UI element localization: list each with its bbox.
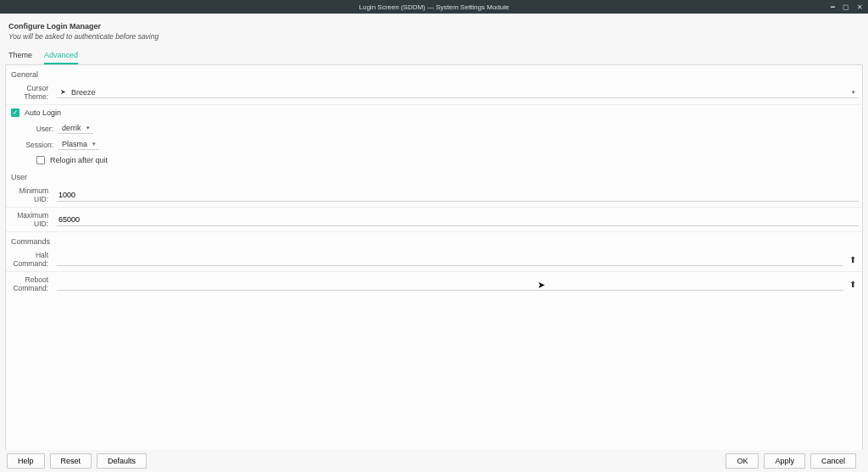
min-uid-input[interactable] (58, 190, 857, 200)
tab-theme[interactable]: Theme (8, 51, 32, 64)
halt-input[interactable] (58, 254, 842, 264)
page-title: Configure Login Manager (8, 22, 860, 31)
reboot-label: Reboot Command: (6, 272, 53, 296)
cursor-theme-value: Breeze (71, 88, 96, 97)
defaults-button[interactable]: Defaults (97, 453, 147, 469)
max-uid-underline (57, 214, 859, 226)
section-general: General (6, 65, 862, 81)
page-subtitle: You will be asked to authenticate before… (8, 32, 860, 41)
reboot-underline (57, 278, 843, 291)
min-uid-field-wrap (53, 187, 862, 203)
min-uid-underline (57, 189, 859, 202)
module-header: Configure Login Manager You will be aske… (0, 14, 868, 44)
max-uid-label: Maximum UID: (6, 208, 53, 231)
halt-field-wrap: ⬆ (53, 252, 862, 268)
apply-button[interactable]: Apply (764, 453, 805, 469)
section-commands: Commands (6, 232, 862, 247)
reboot-input[interactable] (58, 279, 842, 289)
auto-login-row: ✓ Auto Login (6, 105, 862, 120)
session-value: Plasma (62, 140, 87, 148)
row-cursor-theme: Cursor Theme: ➤ Breeze ▾ (6, 81, 862, 105)
cancel-button[interactable]: Cancel (810, 453, 856, 469)
chevron-down-icon: ▾ (852, 89, 855, 96)
user-value: derrik (62, 124, 81, 132)
window-title: Login Screen (SDDM) — System Settings Mo… (359, 3, 509, 11)
chevron-down-icon: ▾ (92, 141, 96, 147)
help-button[interactable]: Help (7, 453, 45, 469)
user-label: User: (16, 125, 53, 133)
reset-button[interactable]: Reset (50, 453, 92, 469)
chevron-down-icon: ▾ (86, 125, 90, 131)
row-reboot-command: Reboot Command: ⬆ (6, 272, 862, 296)
footer: Help Reset Defaults OK Apply Cancel (0, 450, 868, 472)
min-uid-label: Minimum UID: (6, 183, 53, 207)
tab-advanced[interactable]: Advanced (44, 51, 78, 64)
settings-frame: General Cursor Theme: ➤ Breeze ▾ ✓ Auto … (5, 64, 863, 454)
cursor-icon: ➤ (60, 88, 66, 96)
halt-browse-button[interactable]: ⬆ (847, 255, 859, 264)
window-controls: ━ ▢ ✕ (829, 0, 863, 14)
user-select[interactable]: derrik ▾ (58, 123, 93, 134)
max-uid-field-wrap (53, 212, 862, 228)
upload-icon: ⬆ (849, 280, 856, 289)
titlebar: Login Screen (SDDM) — System Settings Mo… (0, 0, 868, 14)
ok-button[interactable]: OK (726, 453, 759, 469)
session-select[interactable]: Plasma ▾ (58, 139, 99, 150)
halt-underline (57, 253, 843, 266)
section-user: User (6, 168, 862, 183)
minimize-icon[interactable]: ━ (829, 3, 836, 11)
cursor-theme-label: Cursor Theme: (6, 81, 53, 104)
upload-icon: ⬆ (849, 255, 856, 264)
tab-bar: Theme Advanced (0, 44, 868, 64)
auto-login-checkbox[interactable]: ✓ (11, 108, 19, 117)
session-label: Session: (16, 141, 53, 149)
row-user: User: derrik ▾ (6, 120, 862, 136)
row-max-uid: Maximum UID: (6, 208, 862, 232)
cursor-theme-select[interactable]: ➤ Breeze ▾ (57, 87, 859, 98)
row-min-uid: Minimum UID: (6, 183, 862, 208)
reboot-browse-button[interactable]: ⬆ (847, 280, 859, 289)
halt-label: Halt Command: (6, 247, 53, 271)
auto-login-label: Auto Login (25, 108, 61, 117)
relogin-checkbox[interactable] (36, 156, 45, 164)
relogin-label: Relogin after quit (50, 156, 108, 164)
close-icon[interactable]: ✕ (856, 3, 863, 11)
row-halt-command: Halt Command: ⬆ (6, 247, 862, 272)
row-session: Session: Plasma ▾ (6, 136, 862, 153)
maximize-icon[interactable]: ▢ (843, 3, 849, 11)
reboot-field-wrap: ⬆ (53, 276, 862, 292)
relogin-row: Relogin after quit (6, 153, 862, 168)
max-uid-input[interactable] (58, 214, 857, 225)
cursor-theme-field: ➤ Breeze ▾ (53, 86, 862, 100)
